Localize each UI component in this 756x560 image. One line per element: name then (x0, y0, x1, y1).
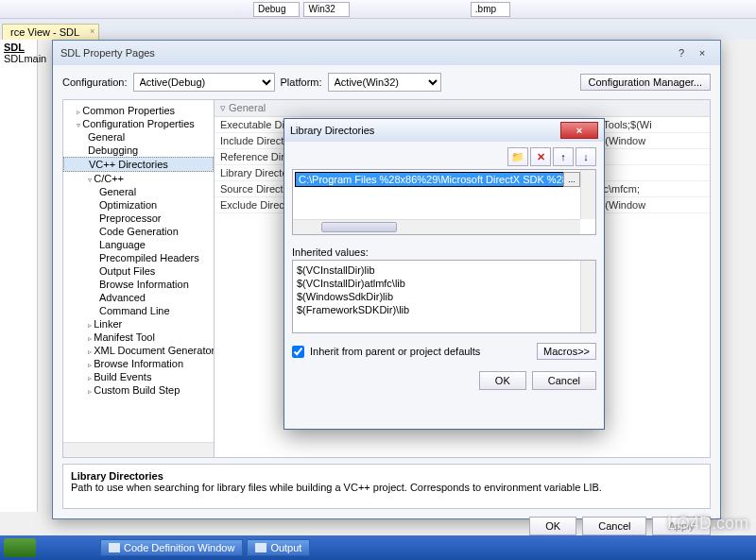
help-icon[interactable]: ? (671, 44, 692, 61)
inh-scrollbar-v[interactable] (580, 261, 595, 332)
tab-strip: rce View - SDL × (0, 19, 756, 40)
description-text: Path to use when searching for library f… (71, 482, 702, 493)
delete-line-icon[interactable]: ✕ (530, 147, 551, 166)
apply-button[interactable]: Apply (652, 517, 711, 535)
tree-configuration-properties[interactable]: Configuration Properties (63, 117, 214, 130)
tree-cc-browse[interactable]: Browse Information (63, 278, 214, 291)
sdl-node[interactable]: SDL (4, 42, 33, 53)
library-directories-dialog: Library Directories × 📁 ✕ ↑ ↓ C:\Program… (284, 118, 605, 430)
close-icon[interactable]: × (560, 122, 598, 139)
dialog-titlebar[interactable]: SDL Property Pages ? × (53, 41, 720, 65)
ide-toolbar: Debug Win32 .bmp (0, 0, 756, 19)
browse-icon[interactable]: ... (563, 172, 580, 187)
configuration-label: Configuration: (62, 76, 128, 88)
platform-label: Platform: (281, 76, 322, 88)
ok-button[interactable]: OK (529, 517, 576, 535)
inh-value: $(FrameworkSDKDir)\lib (297, 303, 592, 316)
cancel-button[interactable]: Cancel (582, 517, 646, 535)
tab-label: rce View - SDL (10, 26, 79, 38)
lib-titlebar[interactable]: Library Directories × (284, 119, 604, 142)
tree-cc[interactable]: C/C++ (63, 172, 214, 185)
tree-scrollbar-h[interactable] (63, 442, 214, 457)
directories-list[interactable]: C:\Program Files %28x86%29\Microsoft Dir… (292, 169, 596, 235)
ext-dropdown[interactable]: .bmp (471, 2, 510, 17)
dialog-title: SDL Property Pages (60, 47, 155, 59)
tree-common-properties[interactable]: Common Properties (63, 104, 214, 117)
inherited-values-list: $(VCInstallDir)lib $(VCInstallDir)atlmfc… (292, 260, 596, 333)
config-manager-button[interactable]: Configuration Manager... (580, 74, 711, 91)
tree-cc-codegen[interactable]: Code Generation (63, 225, 214, 238)
selected-path-input[interactable]: C:\Program Files %28x86%29\Microsoft Dir… (295, 172, 593, 187)
tree-cc-advanced[interactable]: Advanced (63, 291, 214, 304)
description-title: Library Directories (71, 470, 702, 482)
tree-browseinfo[interactable]: Browse Information (63, 357, 214, 370)
move-up-icon[interactable]: ↑ (553, 147, 574, 166)
macros-button[interactable]: Macros>> (537, 343, 596, 360)
tree-cc-general[interactable]: General (63, 185, 214, 198)
config-row: Configuration: Active(Debug) Platform: A… (62, 73, 711, 92)
configuration-select[interactable]: Active(Debug) (133, 73, 275, 92)
window-icon (109, 543, 120, 552)
tree-buildevents[interactable]: Build Events (63, 370, 214, 383)
lib-dialog-title: Library Directories (290, 125, 374, 136)
tree-manifest[interactable]: Manifest Tool (63, 331, 214, 344)
new-line-icon[interactable]: 📁 (507, 147, 528, 166)
grid-header: ▿ General (215, 100, 710, 117)
tab-resource-view[interactable]: rce View - SDL × (2, 24, 99, 40)
config-dropdown[interactable]: Debug (253, 2, 300, 17)
inh-value: $(WindowsSdkDir)lib (297, 290, 592, 303)
tree-cc-pch[interactable]: Precompiled Headers (63, 251, 214, 264)
move-down-icon[interactable]: ↓ (576, 147, 596, 166)
start-button[interactable] (4, 538, 36, 557)
sdlmain-node[interactable]: SDLmain (4, 53, 33, 64)
taskbar: Code Definition Window Output (0, 535, 756, 560)
inh-value: $(VCInstallDir)atlmfc\lib (297, 277, 592, 290)
window-icon (255, 543, 266, 552)
tree-custombuild[interactable]: Custom Build Step (63, 383, 214, 397)
lib-ok-button[interactable]: OK (479, 371, 526, 390)
platform-dropdown[interactable]: Win32 (303, 2, 349, 17)
list-scrollbar-v[interactable] (580, 170, 595, 219)
tree-cc-cmd[interactable]: Command Line (63, 304, 214, 317)
platform-select[interactable]: Active(Win32) (328, 73, 441, 92)
taskbar-item-code-def[interactable]: Code Definition Window (100, 539, 243, 556)
tree-xmldoc[interactable]: XML Document Generator (63, 344, 214, 357)
inherited-values-label: Inherited values: (292, 246, 596, 258)
inherit-label: Inherit from parent or project defaults (310, 346, 480, 357)
tree-cc-preprocessor[interactable]: Preprocessor (63, 212, 214, 225)
tree-cc-output[interactable]: Output Files (63, 264, 214, 278)
description-panel: Library Directories Path to use when sea… (62, 464, 711, 509)
close-icon[interactable]: × (90, 26, 94, 36)
inh-value: $(VCInstallDir)lib (297, 263, 592, 277)
tree-general[interactable]: General (63, 130, 214, 144)
tree-cc-language[interactable]: Language (63, 238, 214, 251)
lib-cancel-button[interactable]: Cancel (532, 371, 596, 390)
tree-linker[interactable]: Linker (63, 317, 214, 331)
tree-vc-directories[interactable]: VC++ Directories (63, 157, 214, 172)
list-scrollbar-h[interactable] (293, 219, 580, 234)
close-icon[interactable]: × (692, 44, 713, 61)
tree-debugging[interactable]: Debugging (63, 144, 214, 157)
inherit-checkbox[interactable] (292, 346, 304, 358)
tree-cc-optimization[interactable]: Optimization (63, 198, 214, 212)
solution-pane: SDL SDLmain (0, 40, 38, 512)
property-tree[interactable]: Common Properties Configuration Properti… (63, 100, 215, 457)
taskbar-item-output[interactable]: Output (247, 539, 310, 556)
